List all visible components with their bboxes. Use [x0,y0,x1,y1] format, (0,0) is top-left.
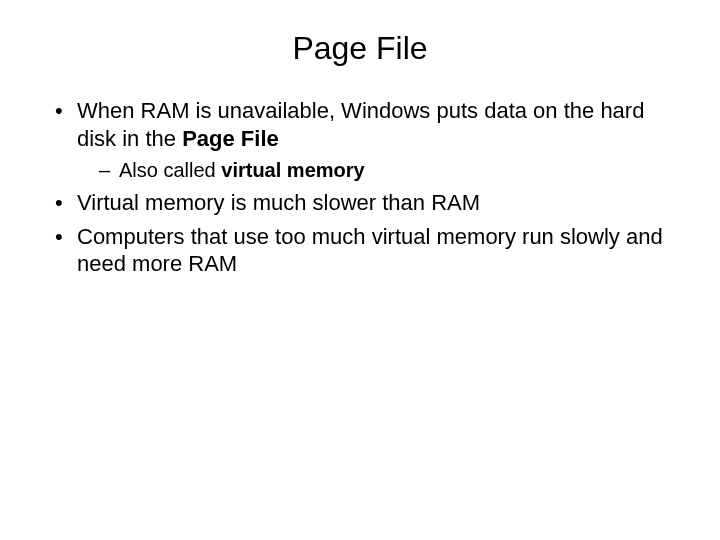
sub-bullet-list: Also called virtual memory [77,158,680,183]
slide-title: Page File [40,30,680,67]
slide: Page File When RAM is unavailable, Windo… [0,0,720,540]
bullet-item-2: Virtual memory is much slower than RAM [55,189,680,217]
bullet-item-1: When RAM is unavailable, Windows puts da… [55,97,680,183]
bullet-1-bold: Page File [182,126,279,151]
bullet-item-3: Computers that use too much virtual memo… [55,223,680,278]
bullet-1-text: When RAM is unavailable, Windows puts da… [77,98,644,151]
bullet-list: When RAM is unavailable, Windows puts da… [40,97,680,278]
sub-bullet-item-1: Also called virtual memory [99,158,680,183]
bullet-2-text: Virtual memory is much slower than RAM [77,190,480,215]
sub-bullet-1-text: Also called [119,159,221,181]
sub-bullet-1-bold: virtual memory [221,159,364,181]
bullet-3-text: Computers that use too much virtual memo… [77,224,663,277]
